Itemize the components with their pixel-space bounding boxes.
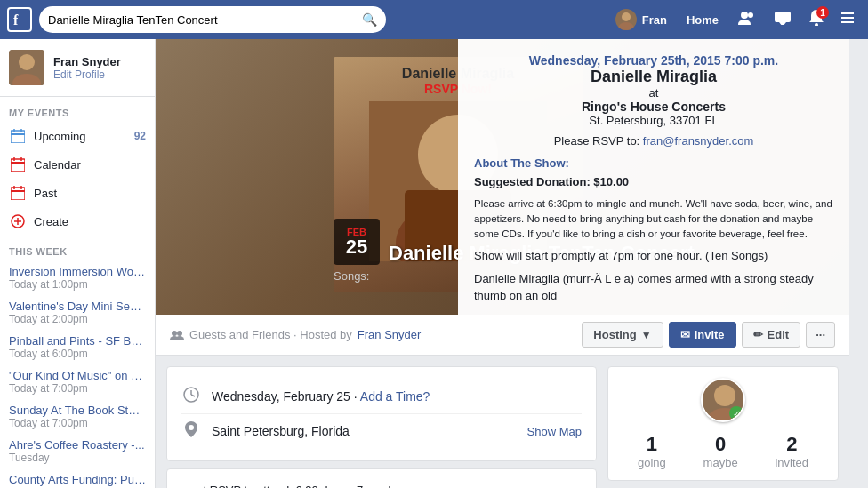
create-icon (9, 212, 27, 230)
svg-rect-10 (841, 17, 854, 19)
svg-rect-19 (11, 159, 25, 172)
search-bar: 🔍 (39, 6, 386, 33)
messages-icon-btn[interactable] (767, 5, 799, 34)
page-layout: Fran Snyder Edit Profile MY EVENTS Upcom… (0, 0, 868, 488)
past-icon (9, 184, 27, 202)
my-events-section-title: MY EVENTS (0, 97, 155, 122)
calendar-label: Calendar (34, 158, 81, 172)
edit-profile-link[interactable]: Edit Profile (53, 68, 121, 81)
svg-rect-9 (841, 12, 854, 14)
main-content: Danielle Miraglia RSVP Now! FEB 25 Danie… (156, 39, 849, 488)
hosting-button[interactable]: Hosting ▼ (582, 322, 663, 348)
sidebar-event-time-3: Today at 7:00pm (9, 382, 146, 395)
event-info-date: Wednesday, February 25th, 2015 7:00 p.m. (474, 53, 833, 68)
svg-point-8 (815, 23, 818, 26)
sidebar-event-time-2: Today at 6:00pm (9, 348, 146, 360)
sidebar-item-calendar[interactable]: Calendar (0, 150, 155, 179)
sidebar-event-title-3: "Our Kind Of Music" on K... (9, 369, 146, 382)
going-checkmark: ✓ (729, 406, 743, 420)
edit-icon: ✏ (753, 328, 763, 341)
sidebar-item-upcoming[interactable]: Upcoming 92 (0, 122, 155, 150)
sidebar-event-2[interactable]: Pinball and Pints - SF Be... Today at 6:… (0, 330, 155, 364)
rsvp-email-link[interactable]: fran@fransnyder.com (643, 134, 753, 148)
more-button[interactable]: ··· (806, 322, 835, 348)
about-text1: Please arrive at 6:30pm to mingle and mu… (474, 196, 833, 243)
edit-button[interactable]: ✏ Edit (742, 322, 801, 348)
going-count: 1 (638, 433, 666, 456)
left-sidebar: Fran Snyder Edit Profile MY EVENTS Upcom… (0, 39, 156, 488)
svg-point-4 (748, 12, 753, 18)
event-body: Wednesday, February 25 · Add a Time? Sai… (156, 356, 849, 488)
search-input[interactable] (48, 13, 362, 27)
upcoming-icon (9, 127, 27, 145)
event-header: Danielle Miraglia RSVP Now! FEB 25 Danie… (156, 39, 849, 315)
more-label: ··· (816, 328, 825, 341)
invite-icon: ✉ (680, 328, 690, 341)
search-icon: 🔍 (362, 12, 377, 27)
attendee-avatar: ✓ (701, 378, 745, 422)
sidebar-event-4[interactable]: Sunday At The Book Stor... Today at 7:00… (0, 399, 155, 434)
svg-rect-11 (841, 21, 854, 23)
nav-user-profile[interactable]: Fran (608, 5, 674, 34)
event-description-text: must RSVP to attend. 6:30 doors, 7pm sho… (181, 484, 412, 488)
sidebar-event-title-5: Ahre's Coffee Roastery -... (9, 438, 146, 452)
sidebar-event-time-4: Today at 7:00pm (9, 417, 146, 429)
event-info-location: St. Petersburg, 33701 FL (474, 114, 833, 127)
rsvp-label: Please RSVP to: (554, 134, 640, 148)
event-info-at: at (474, 86, 833, 100)
svg-point-5 (738, 20, 751, 25)
svg-point-13 (19, 54, 35, 70)
clock-icon (181, 387, 201, 406)
notifications-icon-btn[interactable]: 1 (802, 4, 831, 35)
sidebar-event-3[interactable]: "Our Kind Of Music" on K... Today at 7:0… (0, 364, 155, 399)
add-time-link[interactable]: Add a Time? (360, 389, 430, 404)
sidebar-profile-info: Fran Snyder Edit Profile (53, 55, 121, 81)
profile-name: Fran Snyder (53, 55, 121, 68)
event-date-text: Wednesday, February 25 · Add a Time? (212, 389, 430, 404)
event-day: 25 (346, 237, 367, 257)
sidebar-event-5[interactable]: Ahre's Coffee Roastery -... Tuesday (0, 434, 155, 468)
svg-rect-24 (11, 190, 25, 192)
attendee-stats: 1 going 0 maybe 2 invited (619, 433, 827, 469)
hosted-by-link[interactable]: Fran Snyder (358, 328, 422, 341)
event-date-content: Wednesday, February 25 · Add a Time? (212, 389, 582, 404)
friends-icon-btn[interactable] (731, 5, 763, 34)
event-date-badge: FEB 25 (334, 219, 380, 265)
invite-button[interactable]: ✉ Invite (669, 322, 736, 348)
sidebar-event-time-5: Tuesday (9, 452, 146, 464)
donation-text: Suggested Donation: $10.00 (474, 175, 629, 188)
sidebar-event-time-0: Today at 1:00pm (9, 278, 146, 291)
profile-avatar (9, 50, 44, 85)
nav-avatar (615, 9, 637, 30)
event-info-panel: Wednesday, February 25th, 2015 7:00 p.m.… (458, 39, 849, 315)
going-label: going (638, 456, 666, 469)
sidebar-item-past[interactable]: Past (0, 179, 155, 207)
settings-icon-btn[interactable] (834, 5, 861, 34)
event-info-venue: Ringo's House Concerts (474, 100, 833, 114)
svg-point-34 (172, 331, 177, 336)
nav-right: Fran Home 1 (608, 4, 861, 35)
top-navigation: f 🔍 Fran Home 1 (0, 0, 868, 39)
event-actions-bar: Guests and Friends · Hosted by Fran Snyd… (156, 315, 849, 356)
svg-line-40 (191, 395, 195, 396)
this-week-section-title: THIS WEEK (0, 236, 155, 260)
show-map-link[interactable]: Show Map (527, 425, 582, 438)
sidebar-item-create[interactable]: Create (0, 207, 155, 236)
sidebar-event-0[interactable]: Inversion Immersion Wor... Today at 1:00… (0, 260, 155, 295)
sidebar-event-1[interactable]: Valentine's Day Mini Sess... Today at 2:… (0, 295, 155, 330)
going-stat: 1 going (638, 433, 666, 469)
location-icon (181, 421, 201, 441)
svg-rect-6 (775, 12, 791, 22)
sidebar-event-6[interactable]: County Arts Funding: Pub... Tuesday at 3… (0, 468, 155, 488)
about-text3: Show will start promptly at 7pm for one … (474, 247, 833, 265)
about-show-title: About The Show: (474, 156, 833, 170)
svg-rect-20 (11, 162, 25, 164)
nav-home-link[interactable]: Home (678, 10, 727, 30)
event-body-right: ✓ 1 going 0 maybe 2 (607, 366, 839, 488)
sidebar-event-title-6: County Arts Funding: Pub... (9, 473, 146, 486)
event-description-card: must RSVP to attend. 6:30 doors, 7pm sho… (166, 468, 597, 488)
event-body-left: Wednesday, February 25 · Add a Time? Sai… (166, 366, 597, 488)
nav-user-name: Fran (642, 13, 667, 27)
attendee-card: ✓ 1 going 0 maybe 2 (607, 366, 839, 481)
sidebar-event-time-1: Today at 2:00pm (9, 313, 146, 325)
